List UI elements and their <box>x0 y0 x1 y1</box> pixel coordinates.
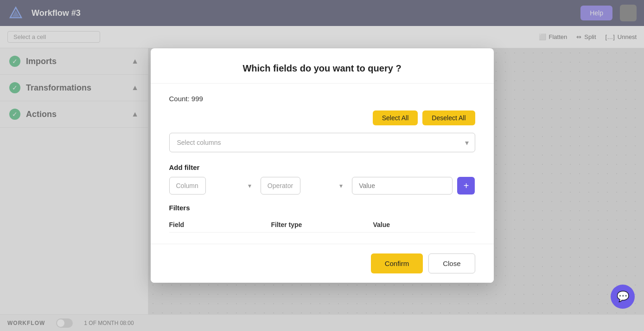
operator-select-wrapper: Operator ▾ <box>261 177 347 195</box>
select-columns-dropdown[interactable]: Select columns <box>169 133 475 152</box>
modal-header: Which fields do you want to query ? <box>151 48 494 84</box>
modal-body: Count: 999 Select All Deselect All Selec… <box>151 84 494 244</box>
add-filter-section: Add filter Column ▾ Operator ▾ <box>169 163 475 195</box>
chat-icon: 💬 <box>617 291 629 303</box>
select-buttons-row: Select All Deselect All <box>169 110 475 125</box>
filters-section: Filters Field Filter type Value <box>169 204 475 233</box>
count-text: Count: 999 <box>169 95 203 103</box>
filter-add-button[interactable]: + <box>457 177 475 195</box>
modal-footer: Confirm Close <box>151 244 494 283</box>
operator-select[interactable]: Operator <box>261 177 300 195</box>
filters-label: Filters <box>169 204 475 212</box>
modal-title: Which fields do you want to query ? <box>169 63 475 74</box>
deselect-all-button[interactable]: Deselect All <box>422 110 475 125</box>
add-filter-label: Add filter <box>169 163 475 171</box>
confirm-button[interactable]: Confirm <box>371 253 423 273</box>
column-select-wrapper: Column ▾ <box>169 177 256 195</box>
field-col-header: Field <box>169 221 271 228</box>
column-select[interactable]: Column <box>169 177 206 195</box>
column-select-arrow-icon: ▾ <box>248 182 251 189</box>
close-button[interactable]: Close <box>428 253 475 273</box>
filter-value-input[interactable] <box>352 177 453 195</box>
count-row: Count: 999 <box>169 95 475 103</box>
select-columns-wrapper: Select columns ▾ <box>169 133 475 152</box>
filter-type-col-header: Filter type <box>271 221 373 228</box>
filters-table-header: Field Filter type Value <box>169 217 475 233</box>
operator-select-arrow-icon: ▾ <box>339 182 343 189</box>
chat-bubble[interactable]: 💬 <box>611 285 635 309</box>
value-col-header: Value <box>373 221 475 228</box>
modal-overlay: Which fields do you want to query ? Coun… <box>0 0 644 331</box>
select-all-button[interactable]: Select All <box>373 110 418 125</box>
filter-inputs-row: Column ▾ Operator ▾ + <box>169 177 475 195</box>
modal: Which fields do you want to query ? Coun… <box>151 48 494 283</box>
